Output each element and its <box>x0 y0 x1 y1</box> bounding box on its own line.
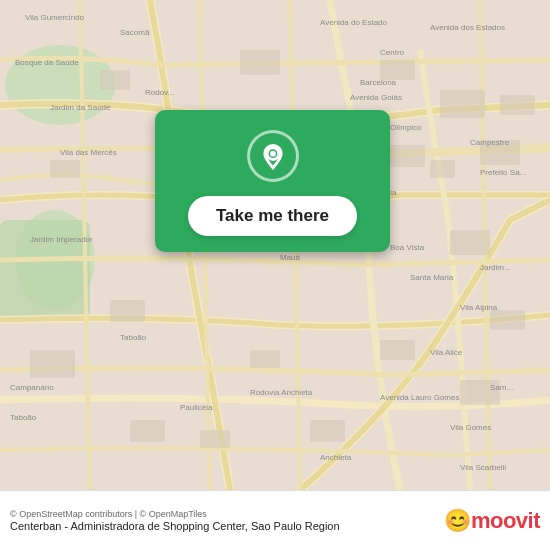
svg-rect-5 <box>240 50 280 75</box>
moovit-logo-area: 😊 moovit <box>444 508 540 534</box>
svg-text:Vila Alpina: Vila Alpina <box>460 303 498 312</box>
location-label: Centerban - Administradora de Shopping C… <box>10 520 436 532</box>
bottom-info: © OpenStreetMap contributors | © OpenMap… <box>10 509 436 532</box>
svg-text:Vila Gumercindo: Vila Gumercindo <box>25 13 85 22</box>
svg-rect-11 <box>500 95 535 115</box>
pin-icon-wrapper <box>247 130 299 182</box>
svg-text:Taboão: Taboão <box>10 413 37 422</box>
svg-text:Campestre: Campestre <box>470 138 510 147</box>
svg-rect-21 <box>200 430 230 448</box>
svg-text:Anchieta: Anchieta <box>320 453 352 462</box>
svg-text:Boa Vista: Boa Vista <box>390 243 425 252</box>
svg-rect-13 <box>450 230 490 255</box>
svg-rect-9 <box>430 160 455 178</box>
svg-text:Rodov...: Rodov... <box>145 88 174 97</box>
svg-text:Sacomã: Sacomã <box>120 28 150 37</box>
svg-text:Vila das Mercês: Vila das Mercês <box>60 148 117 157</box>
svg-rect-16 <box>380 340 415 360</box>
svg-rect-15 <box>250 350 280 368</box>
svg-text:Santa Maria: Santa Maria <box>410 273 454 282</box>
svg-text:Centro: Centro <box>380 48 405 57</box>
action-card[interactable]: Take me there <box>155 110 390 252</box>
svg-text:Jardim da Saúde: Jardim da Saúde <box>50 103 111 112</box>
svg-text:Olímpico: Olímpico <box>390 123 422 132</box>
svg-text:Avenida do Estado: Avenida do Estado <box>320 18 388 27</box>
svg-rect-18 <box>490 310 525 330</box>
svg-text:Vila Gomes: Vila Gomes <box>450 423 491 432</box>
svg-text:Paulicéia: Paulicéia <box>180 403 213 412</box>
map-view[interactable]: Vila Gumercindo Sacomã Avenida do Estado… <box>0 0 550 490</box>
map-attribution: © OpenStreetMap contributors | © OpenMap… <box>10 509 436 519</box>
svg-text:Vila Alice: Vila Alice <box>430 348 463 357</box>
moovit-brand-text: moovit <box>471 508 540 534</box>
svg-text:Sam...: Sam... <box>490 383 513 392</box>
svg-point-57 <box>270 151 276 157</box>
svg-text:Campanário: Campanário <box>10 383 54 392</box>
svg-rect-23 <box>50 160 80 178</box>
svg-text:Vila Scarbelli: Vila Scarbelli <box>460 463 506 472</box>
svg-text:Rodovia Anchieta: Rodovia Anchieta <box>250 388 313 397</box>
moovit-face-icon: 😊 <box>444 508 471 534</box>
svg-text:Jardim...: Jardim... <box>480 263 511 272</box>
svg-text:Mauá: Mauá <box>280 253 301 262</box>
bottom-bar: © OpenStreetMap contributors | © OpenMap… <box>0 490 550 550</box>
svg-rect-6 <box>380 60 415 80</box>
svg-text:Prefeito Sa...: Prefeito Sa... <box>480 168 526 177</box>
svg-text:Jardim Imperador: Jardim Imperador <box>30 235 93 244</box>
svg-rect-8 <box>390 145 425 167</box>
svg-rect-7 <box>440 90 485 118</box>
svg-text:Avenida dos Estados: Avenida dos Estados <box>430 23 505 32</box>
svg-text:Barcelona: Barcelona <box>360 78 397 87</box>
svg-text:Bosque da Saúde: Bosque da Saúde <box>15 58 79 67</box>
svg-text:Avenida Goiás: Avenida Goiás <box>350 93 402 102</box>
location-pin-icon <box>259 142 287 170</box>
svg-rect-4 <box>100 70 130 90</box>
take-me-there-button[interactable]: Take me there <box>188 196 357 236</box>
svg-text:Avenida Lauro Gomes: Avenida Lauro Gomes <box>380 393 459 402</box>
svg-text:Taboão: Taboão <box>120 333 147 342</box>
svg-rect-14 <box>110 300 145 322</box>
svg-rect-19 <box>30 350 75 378</box>
svg-rect-22 <box>310 420 345 442</box>
svg-rect-20 <box>130 420 165 442</box>
